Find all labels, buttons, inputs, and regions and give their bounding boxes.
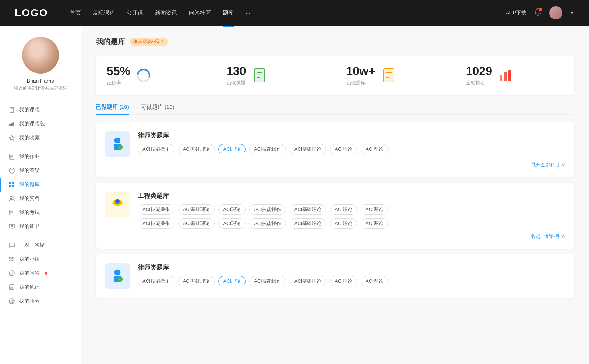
nav-more[interactable]: ··· (246, 8, 250, 18)
collapse-button-engineering[interactable]: 收起全部科目 ∧ (105, 233, 565, 240)
profile-chevron-icon[interactable]: ▼ (570, 10, 574, 15)
nav-discover[interactable]: 发现课程 (93, 8, 115, 18)
sidebar-item-question-bank[interactable]: 我的题库 (0, 178, 81, 192)
sidebar-item-my-questions[interactable]: ? 我的问答 (0, 266, 81, 280)
sidebar-item-certificate[interactable]: 我的证书 (0, 220, 81, 233)
stat-accuracy-value: 55% (107, 64, 130, 78)
sidebar-item-notes[interactable]: 我的笔记 (0, 280, 81, 294)
bank-tag[interactable]: ACI基础理论 (290, 204, 327, 215)
bank-tag-active[interactable]: ACI理论 (218, 276, 246, 286)
bank-tag[interactable]: ACI理论 (330, 204, 357, 215)
sidebar-group-label: 我的小组 (19, 256, 40, 263)
bank-tag[interactable]: ACI技能操作 (249, 218, 286, 229)
bank-tag-active[interactable]: ACI理论 (218, 144, 246, 154)
bank-card-lawyer1: ✓ 律师类题库 ACI技能操作 ACI基础理论 ACI理论 ACI技能操作 AC… (96, 122, 574, 177)
bank-tag[interactable]: ACI基础理论 (178, 276, 215, 286)
stat-done-label: 已做试题 (226, 79, 246, 86)
sidebar-item-one-on-one[interactable]: 一对一答疑 (0, 238, 81, 252)
stat-rank-value: 1029 (466, 64, 492, 78)
stat-banks-label: 已做题库 (346, 79, 375, 86)
bank-tags-row1: ACI技能操作 ACI基础理论 ACI理论 ACI技能操作 ACI基础理论 AC… (138, 204, 565, 215)
bank-tag[interactable]: ACI基础理论 (178, 144, 215, 154)
grid-icon (9, 182, 15, 188)
bank-tag[interactable]: ACI基础理论 (178, 218, 215, 229)
bank-tag[interactable]: ACI基础理论 (178, 204, 215, 215)
bank-tag[interactable]: ACI理论 (361, 218, 388, 229)
doc-green-icon (252, 68, 267, 83)
bank-tag[interactable]: ACI理论 (330, 218, 357, 229)
svg-text:积: 积 (10, 299, 14, 303)
sidebar-item-points[interactable]: 积 我的积分 (0, 294, 81, 308)
bank-card-body: 律师类题库 ACI技能操作 ACI基础理论 ACI理论 ACI技能操作 ACI基… (138, 131, 565, 154)
svg-text:✓: ✓ (119, 146, 121, 149)
stats-row: 55% 正确率 130 已做试题 (96, 56, 574, 95)
avatar[interactable] (549, 6, 562, 19)
tab-done-banks[interactable]: 已做题库 (10) (96, 104, 129, 114)
stat-rank-label: 全站排名 (466, 79, 492, 86)
bank-tag[interactable]: ACI基础理论 (290, 218, 327, 229)
tab-available-banks[interactable]: 可做题库 (10) (141, 104, 174, 114)
engineer-icon (105, 192, 130, 217)
bank-tag[interactable]: ACI技能操作 (249, 144, 286, 154)
lawyer-icon2: ✓ (105, 263, 130, 289)
sidebar-avatar (22, 37, 59, 74)
bank-tag[interactable]: ACI技能操作 (138, 218, 174, 229)
page-title: 我的题库 (96, 37, 125, 47)
bank-card-body: 工程类题库 ACI技能操作 ACI基础理论 ACI理论 ACI技能操作 ACI基… (138, 192, 565, 229)
sidebar-points-label: 我的积分 (19, 298, 40, 304)
svg-rect-16 (9, 185, 11, 187)
nav-question-bank[interactable]: 题库 (223, 8, 234, 18)
bank-tag[interactable]: ACI理论 (361, 144, 388, 154)
bank-tag[interactable]: ACI理论 (330, 276, 357, 286)
sidebar-profile-label: 我的资料 (19, 195, 40, 202)
svg-point-61 (114, 270, 121, 276)
nav-qa[interactable]: 问答社区 (189, 8, 211, 18)
bank-tag[interactable]: ACI技能操作 (249, 276, 286, 286)
bank-tags-row2: ACI技能操作 ACI基础理论 ACI理论 ACI技能操作 ACI基础理论 AC… (138, 218, 565, 229)
bank-tag[interactable]: ACI技能操作 (138, 204, 174, 215)
bank-tag[interactable]: ACI理论 (330, 144, 357, 154)
bank-tag[interactable]: ACI技能操作 (138, 276, 174, 286)
user-group-icon (9, 196, 15, 201)
notification-bell[interactable] (534, 8, 542, 18)
nav-open-course[interactable]: 公开课 (127, 8, 143, 18)
sidebar-course-package-label: 我的课程包... (19, 121, 49, 127)
bank-tag[interactable]: ACI技能操作 (249, 204, 286, 215)
bank-card-lawyer2: ✓ 律师类题库 ACI技能操作 ACI基础理论 ACI理论 ACI技能操作 AC… (96, 254, 574, 298)
svg-point-53 (114, 138, 121, 144)
question-circle-icon: ? (9, 168, 15, 174)
sidebar-item-course-package[interactable]: 我的课程包... (0, 117, 81, 131)
sidebar-item-group[interactable]: 我的小组 (0, 252, 81, 266)
star-icon (9, 135, 15, 141)
svg-rect-51 (504, 72, 507, 81)
sidebar-item-exam[interactable]: 我的考试 (0, 206, 81, 220)
sidebar-item-favorites[interactable]: 我的收藏 (0, 131, 81, 145)
nav-home[interactable]: 首页 (70, 8, 81, 18)
stat-accuracy-label: 正确率 (107, 79, 130, 86)
sidebar-question-bank-label: 我的题库 (19, 181, 40, 188)
svg-rect-23 (9, 224, 14, 228)
bank-tag[interactable]: ACI技能操作 (138, 144, 174, 154)
bank-tag[interactable]: ACI理论 (361, 204, 388, 215)
sidebar-item-homework[interactable]: 我的作业 (0, 150, 81, 164)
navbar: LOGO 首页 发现课程 公开课 新闻资讯 问答社区 题库 ··· APP下载 … (0, 0, 589, 26)
sidebar-item-course[interactable]: 我的课程 (0, 103, 81, 117)
sidebar-item-my-qa[interactable]: ? 我的答疑 (0, 164, 81, 178)
trial-badge: 体验剩余23天！ (130, 38, 168, 46)
bank-tag[interactable]: ACI理论 (218, 204, 246, 215)
bank-tags: ACI技能操作 ACI基础理论 ACI理论 ACI技能操作 ACI基础理论 AC… (138, 144, 565, 154)
sidebar-menu: 我的课程 我的课程包... 我的收藏 我的作业 (0, 99, 81, 312)
bank-tag[interactable]: ACI理论 (361, 276, 388, 286)
app-download-button[interactable]: APP下载 (506, 10, 526, 16)
doc-icon (9, 107, 15, 113)
bank-tag[interactable]: ACI基础理论 (290, 276, 327, 286)
qa-icon: ? (9, 270, 15, 276)
sidebar-item-profile[interactable]: 我的资料 (0, 192, 81, 206)
sidebar-one-on-one-label: 一对一答疑 (19, 242, 45, 249)
divider2 (7, 236, 73, 236)
bank-tag[interactable]: ACI理论 (218, 218, 246, 229)
nav-news[interactable]: 新闻资讯 (155, 8, 177, 18)
points-icon: 积 (9, 298, 15, 304)
expand-button-lawyer1[interactable]: 展开全部科目 ∨ (105, 161, 565, 168)
bank-tag[interactable]: ACI基础理论 (290, 144, 327, 154)
